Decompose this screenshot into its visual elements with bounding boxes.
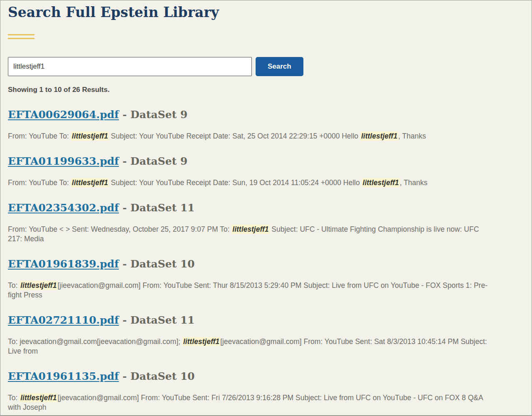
result-separator: - <box>119 109 131 121</box>
result-dataset-label: DataSet 11 <box>131 202 195 214</box>
result-item: EFTA01961135.pdf - DataSet 10 To: little… <box>8 370 495 412</box>
snippet-text: [jeevacation@gmail.com] From: YouTube Se… <box>8 394 483 411</box>
result-title: EFTA02721110.pdf - DataSet 11 <box>8 314 495 326</box>
result-title: EFTA01199633.pdf - DataSet 9 <box>8 155 495 167</box>
result-file-link[interactable]: EFTA01961135.pdf <box>8 370 119 382</box>
snippet-highlight: littlestjeff1 <box>232 225 269 234</box>
snippet-highlight: littlestjeff1 <box>71 131 109 141</box>
snippet-highlight: littlestjeff1 <box>20 281 57 290</box>
snippet-text: , Thanks <box>400 178 428 187</box>
result-separator: - <box>119 314 131 326</box>
result-snippet: From: YouTube To: littlestjeff1 Subject:… <box>8 131 495 141</box>
snippet-text: [jieevacation@gmail.com] From: YouTube S… <box>8 281 488 299</box>
snippet-text: , Thanks <box>398 132 426 140</box>
snippet-text: To: <box>8 281 20 290</box>
result-snippet: To: littlestjeff1[jieevacation@gmail.com… <box>8 281 495 300</box>
gold-divider <box>8 34 34 39</box>
result-snippet: From: YouTube To: littlestjeff1 Subject:… <box>8 178 495 188</box>
result-file-link[interactable]: EFTA02721110.pdf <box>8 314 119 326</box>
result-snippet: From: YouTube < > Sent: Wednesday, Octob… <box>8 225 495 244</box>
page-title: Search Full Epstein Library <box>8 4 495 21</box>
results-list: EFTA00629064.pdf - DataSet 9 From: YouTu… <box>8 109 495 412</box>
result-item: EFTA00629064.pdf - DataSet 9 From: YouTu… <box>8 109 495 141</box>
result-snippet: To: jeevacation@gmail.com[jeevacation@gm… <box>8 337 495 356</box>
result-file-link[interactable]: EFTA00629064.pdf <box>8 109 119 121</box>
snippet-highlight: littlestjeff1 <box>182 337 220 346</box>
search-page: Search Full Epstein Library Search Showi… <box>0 0 532 416</box>
result-separator: - <box>119 155 131 167</box>
result-file-link[interactable]: EFTA01961839.pdf <box>8 258 119 270</box>
snippet-text: From: YouTube To: <box>8 132 71 140</box>
result-separator: - <box>119 202 131 214</box>
result-dataset-label: DataSet 10 <box>131 370 195 382</box>
search-button[interactable]: Search <box>256 57 303 76</box>
result-separator: - <box>119 258 131 270</box>
result-title: EFTA01961135.pdf - DataSet 10 <box>8 370 495 382</box>
snippet-highlight: littlestjeff1 <box>71 178 109 187</box>
content-area: Search Full Epstein Library Search Showi… <box>8 4 495 412</box>
result-file-link[interactable]: EFTA02354302.pdf <box>8 202 119 214</box>
result-dataset-label: DataSet 9 <box>131 109 187 121</box>
result-title: EFTA01961839.pdf - DataSet 10 <box>8 258 495 270</box>
result-snippet: To: littlestjeff1[jeevacation@gmail.com]… <box>8 393 495 412</box>
divider-bar-top <box>8 34 34 35</box>
snippet-highlight: littlestjeff1 <box>360 131 398 141</box>
snippet-text: Subject: Your YouTube Receipt Date: Sun,… <box>109 178 362 187</box>
result-item: EFTA02354302.pdf - DataSet 11 From: YouT… <box>8 202 495 244</box>
result-dataset-label: DataSet 11 <box>131 314 195 326</box>
divider-bar-bottom <box>8 38 34 39</box>
results-summary: Showing 1 to 10 of 26 Results. <box>8 85 495 94</box>
snippet-text: From: YouTube < > Sent: Wednesday, Octob… <box>8 225 232 233</box>
snippet-highlight: littlestjeff1 <box>362 178 400 187</box>
result-item: EFTA01199633.pdf - DataSet 9 From: YouTu… <box>8 155 495 188</box>
snippet-text: To: <box>8 394 20 402</box>
snippet-text: Subject: Your YouTube Receipt Date: Sat,… <box>109 132 360 140</box>
snippet-highlight: littlestjeff1 <box>20 393 57 402</box>
result-file-link[interactable]: EFTA01199633.pdf <box>8 155 119 167</box>
result-dataset-label: DataSet 10 <box>131 258 195 270</box>
result-title: EFTA02354302.pdf - DataSet 11 <box>8 202 495 214</box>
result-title: EFTA00629064.pdf - DataSet 9 <box>8 109 495 121</box>
result-item: EFTA01961839.pdf - DataSet 10 To: little… <box>8 258 495 300</box>
snippet-text: From: YouTube To: <box>8 178 71 187</box>
search-form: Search <box>8 57 495 76</box>
snippet-text: To: jeevacation@gmail.com[jeevacation@gm… <box>8 337 182 346</box>
result-separator: - <box>119 370 131 382</box>
result-dataset-label: DataSet 9 <box>131 155 187 167</box>
search-input[interactable] <box>8 57 252 76</box>
result-item: EFTA02721110.pdf - DataSet 11 To: jeevac… <box>8 314 495 356</box>
